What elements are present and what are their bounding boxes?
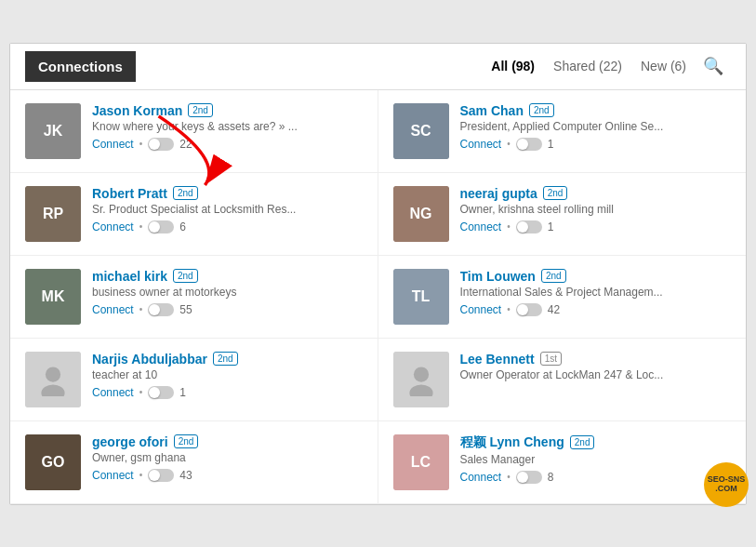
search-icon[interactable]: 🔍 (696, 52, 731, 80)
connection-name[interactable]: neeraj gupta (460, 186, 537, 201)
degree-badge: 2nd (173, 269, 198, 283)
connection-actions: Connect•1 (92, 386, 363, 399)
connection-actions: Connect•55 (92, 303, 363, 316)
notification-toggle[interactable] (516, 220, 542, 233)
svg-point-2 (413, 367, 428, 381)
connection-name[interactable]: Lee Bennett (460, 352, 535, 367)
connection-name[interactable]: Sam Chan (460, 103, 524, 118)
connection-description: Know where your keys & assets are? » ... (92, 120, 325, 133)
watermark-line2: .COM (715, 485, 737, 494)
avatar: TL (393, 269, 449, 325)
connection-item: RPRobert Pratt2ndSr. Product Specialist … (10, 173, 378, 256)
notification-toggle[interactable] (516, 471, 542, 484)
mutual-count: 55 (179, 303, 192, 316)
mutual-count: 8 (548, 471, 554, 484)
connection-name[interactable]: Tim Louwen (460, 269, 536, 284)
notification-toggle[interactable] (148, 303, 174, 316)
dot-separator: • (507, 472, 511, 482)
degree-badge: 2nd (213, 352, 238, 366)
connections-grid: JKJason Korman2ndKnow where your keys & … (10, 90, 746, 504)
nav-tabs: All (98) Shared (22) New (6) 🔍 (482, 52, 731, 80)
connections-list: JKJason Korman2ndKnow where your keys & … (10, 90, 746, 504)
connection-name-row: michael kirk2nd (92, 269, 363, 284)
avatar: SC (393, 103, 449, 159)
connection-item: MKmichael kirk2ndbusiness owner at motor… (10, 256, 378, 339)
connection-actions: Connect•43 (92, 469, 363, 482)
degree-badge: 1st (540, 352, 562, 366)
connect-button[interactable]: Connect (460, 220, 502, 233)
notification-toggle[interactable] (148, 220, 174, 233)
connection-name[interactable]: Jason Korman (92, 103, 182, 118)
connection-item: GOgeorge ofori2ndOwner, gsm ghanaConnect… (10, 421, 378, 504)
connection-item: Lee Bennett1stOwner Operator at LockMan … (378, 339, 747, 421)
connection-description: teacher at 10 (92, 368, 325, 381)
mutual-count: 6 (179, 220, 186, 233)
dot-separator: • (139, 470, 143, 480)
connect-button[interactable]: Connect (460, 471, 502, 484)
degree-badge: 2nd (188, 103, 213, 117)
connection-info: Robert Pratt2ndSr. Product Specialist at… (92, 186, 363, 233)
nav-new[interactable]: New (6) (631, 55, 696, 77)
notification-toggle[interactable] (148, 386, 174, 399)
connection-info: Lee Bennett1stOwner Operator at LockMan … (460, 352, 732, 386)
connect-button[interactable]: Connect (460, 303, 502, 316)
connection-name-row: Robert Pratt2nd (92, 186, 363, 201)
connection-name[interactable]: Narjis Abduljabbar (92, 352, 207, 367)
connection-name[interactable]: george ofori (92, 434, 168, 449)
connection-info: michael kirk2ndbusiness owner at motorke… (92, 269, 363, 316)
notification-toggle[interactable] (148, 469, 174, 482)
dot-separator: • (139, 139, 143, 149)
connect-button[interactable]: Connect (92, 386, 134, 399)
connection-name-row: Sam Chan2nd (460, 103, 732, 118)
connection-actions: Connect•1 (460, 220, 732, 233)
connection-name-row: Jason Korman2nd (92, 103, 363, 118)
connection-description: Owner, gsm ghana (92, 451, 325, 464)
connection-name[interactable]: michael kirk (92, 269, 167, 284)
watermark: SEO-SNS .COM (704, 462, 749, 507)
connect-button[interactable]: Connect (92, 303, 134, 316)
connect-button[interactable]: Connect (92, 138, 134, 151)
avatar: GO (25, 434, 81, 490)
degree-badge: 2nd (541, 269, 566, 283)
mutual-count: 43 (179, 469, 192, 482)
connection-description: Owner Operator at LockMan 247 & Loc... (460, 368, 693, 381)
svg-point-3 (409, 384, 432, 396)
connection-name[interactable]: 程颖 Lynn Cheng (460, 434, 564, 451)
dot-separator: • (139, 387, 143, 397)
nav-all[interactable]: All (98) (482, 55, 544, 77)
dot-separator: • (139, 304, 143, 314)
connection-actions: Connect•6 (92, 220, 363, 233)
degree-badge: 2nd (529, 103, 554, 117)
notification-toggle[interactable] (516, 138, 542, 151)
connect-button[interactable]: Connect (92, 469, 134, 482)
connect-button[interactable]: Connect (460, 138, 502, 151)
nav-shared[interactable]: Shared (22) (544, 55, 631, 77)
connection-actions: Connect•1 (460, 138, 732, 151)
dot-separator: • (507, 139, 511, 149)
connection-name-row: 程颖 Lynn Cheng2nd (460, 434, 732, 451)
mutual-count: 42 (548, 303, 560, 316)
connection-description: Owner, krishna steel rolling mill (460, 203, 693, 216)
connection-description: Sr. Product Specialist at Locksmith Res.… (92, 203, 325, 216)
connection-info: Tim Louwen2ndInternational Sales & Proje… (460, 269, 732, 316)
svg-point-0 (46, 367, 60, 381)
connection-actions: Connect•22 (92, 138, 363, 151)
connection-item: NGneeraj gupta2ndOwner, krishna steel ro… (378, 173, 747, 256)
connect-button[interactable]: Connect (92, 220, 134, 233)
degree-badge: 2nd (543, 186, 568, 200)
connections-header: Connections All (98) Shared (22) New (6)… (10, 44, 746, 90)
dot-separator: • (507, 221, 511, 232)
notification-toggle[interactable] (148, 138, 174, 151)
notification-toggle[interactable] (516, 303, 542, 316)
avatar: RP (25, 186, 81, 242)
avatar (25, 352, 81, 407)
connection-name-row: neeraj gupta2nd (460, 186, 732, 201)
connection-info: george ofori2ndOwner, gsm ghanaConnect•4… (92, 434, 363, 482)
connection-item: LC程颖 Lynn Cheng2ndSales ManagerConnect•8 (378, 421, 747, 504)
connection-item: JKJason Korman2ndKnow where your keys & … (10, 90, 378, 173)
connection-name[interactable]: Robert Pratt (92, 186, 167, 201)
connection-actions: Connect•8 (460, 471, 732, 484)
connection-description: International Sales & Project Managem... (460, 286, 693, 299)
connection-info: Jason Korman2ndKnow where your keys & as… (92, 103, 363, 151)
connection-description: business owner at motorkeys (92, 286, 325, 299)
